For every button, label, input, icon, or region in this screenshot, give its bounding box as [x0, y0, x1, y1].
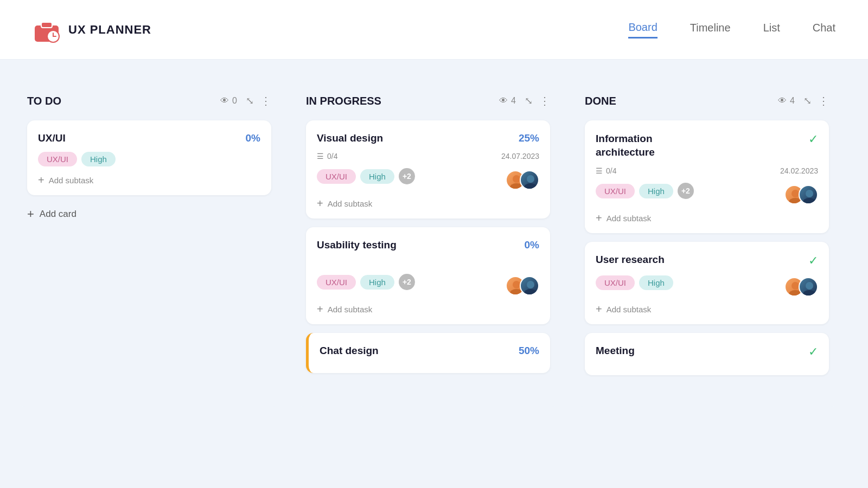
- column-inprogress: IN PROGRESS 👁 4 ⤡ ⋮ Visual design 25% ☰ …: [295, 81, 561, 407]
- tasks-icon-ia: ☰: [596, 166, 603, 175]
- column-todo-title: TO DO: [27, 95, 220, 107]
- column-done-header: DONE 👁 4 ⤡ ⋮: [585, 94, 829, 107]
- card-uxui-title: UX/UI: [38, 132, 246, 144]
- add-card-icon: +: [27, 207, 34, 221]
- card-info-arch-tags: UX/UI High +2: [596, 183, 694, 199]
- inprogress-more-icon[interactable]: ⋮: [539, 94, 550, 107]
- tag-uxui-ur: UX/UI: [596, 275, 635, 290]
- add-subtask-label-vd: Add subtask: [328, 199, 373, 208]
- card-info-arch-tasks: ☰ 0/4: [596, 166, 616, 175]
- tag-uxui: UX/UI: [38, 152, 77, 166]
- card-chat-design: Chat design 50%: [306, 333, 550, 373]
- logo-icon: [33, 16, 61, 44]
- card-uxui-tags: UX/UI High: [38, 152, 260, 166]
- svg-point-9: [513, 281, 520, 288]
- todo-eye-count: 👁 0: [220, 96, 237, 106]
- add-subtask-label-ur: Add subtask: [607, 305, 652, 314]
- svg-point-8: [524, 183, 537, 190]
- inprogress-count: 4: [511, 96, 516, 106]
- avatar-2-ut: [520, 276, 539, 296]
- tag-uxui-ut: UX/UI: [317, 275, 356, 290]
- header: UX PLANNER Board Timeline List Chat: [0, 0, 868, 60]
- nav-list[interactable]: List: [763, 22, 780, 37]
- card-info-arch: Informationarchitecture ✓ ☰ 0/4 24.02.20…: [585, 120, 829, 233]
- check-icon-meeting: ✓: [808, 345, 818, 359]
- card-user-research-avatars: [784, 277, 818, 297]
- add-subtask-ut[interactable]: + Add subtask: [317, 303, 539, 316]
- add-subtask-vd[interactable]: + Add subtask: [317, 197, 539, 210]
- plus-icon-ia: +: [596, 212, 602, 224]
- svg-point-7: [527, 175, 534, 183]
- avatar-stack-ur: [784, 277, 818, 297]
- card-visual-design-tags-row: UX/UI High +2: [317, 168, 539, 192]
- card-usability-testing-percent: 0%: [525, 239, 539, 251]
- done-more-icon[interactable]: ⋮: [818, 94, 829, 107]
- card-chat-design-title: Chat design: [320, 345, 519, 357]
- card-uxui-percent: 0%: [246, 132, 260, 144]
- card-visual-design-title: Visual design: [317, 132, 519, 144]
- tag-uxui-vd: UX/UI: [317, 169, 356, 184]
- avatar-stack-ut: [506, 276, 539, 296]
- logo-area: UX PLANNER: [33, 16, 628, 44]
- main-nav: Board Timeline List Chat: [628, 21, 835, 38]
- card-user-research-tags: UX/UI High: [596, 275, 673, 290]
- tag-high-ur: High: [639, 275, 673, 290]
- svg-point-19: [806, 282, 813, 290]
- svg-point-13: [792, 190, 799, 197]
- column-done: DONE 👁 4 ⤡ ⋮ Informationarchitecture ✓ ☰…: [574, 81, 840, 407]
- card-info-arch-header: Informationarchitecture ✓: [596, 132, 818, 159]
- card-uxui: UX/UI 0% UX/UI High + Add subtask: [27, 120, 271, 195]
- svg-rect-1: [41, 22, 52, 28]
- add-subtask-ur[interactable]: + Add subtask: [596, 303, 818, 316]
- card-info-arch-meta: ☰ 0/4 24.02.2023: [596, 166, 818, 175]
- card-meeting: Meeting ✓: [585, 333, 829, 375]
- tag-plus-ia: +2: [678, 183, 694, 199]
- add-subtask-label-ia: Add subtask: [607, 214, 652, 223]
- card-usability-testing-title: Usability testing: [317, 239, 525, 251]
- card-meeting-title: Meeting: [596, 345, 808, 357]
- tag-plus-ut: +2: [399, 274, 415, 290]
- card-meeting-header: Meeting ✓: [596, 345, 818, 359]
- check-icon-ia: ✓: [808, 132, 818, 146]
- add-subtask-ia[interactable]: + Add subtask: [596, 212, 818, 224]
- done-count: 4: [790, 96, 795, 106]
- card-usability-testing: Usability testing 0% UX/UI High +2: [306, 227, 550, 324]
- card-visual-design: Visual design 25% ☰ 0/4 24.07.2023 UX/UI…: [306, 120, 550, 219]
- avatar-2-ur: [799, 277, 818, 297]
- avatar-stack-ia: [784, 185, 818, 204]
- card-usability-testing-avatars: [506, 276, 539, 296]
- plus-icon-ut: +: [317, 303, 323, 316]
- add-subtask-uxui[interactable]: + Add subtask: [38, 174, 260, 187]
- card-chat-design-header: Chat design 50%: [320, 345, 539, 357]
- card-info-arch-title: Informationarchitecture: [596, 132, 808, 159]
- todo-count: 0: [232, 96, 237, 106]
- add-card-label: Add card: [40, 209, 76, 220]
- card-usability-testing-header: Usability testing 0%: [317, 239, 539, 251]
- inprogress-expand-icon[interactable]: ⤡: [525, 95, 533, 107]
- svg-point-17: [792, 282, 799, 290]
- plus-icon-ur: +: [596, 303, 602, 316]
- card-user-research-title: User research: [596, 254, 808, 266]
- add-card-todo[interactable]: + Add card: [27, 204, 271, 224]
- todo-expand-icon[interactable]: ⤡: [246, 95, 254, 107]
- svg-point-11: [527, 281, 534, 288]
- nav-timeline[interactable]: Timeline: [690, 22, 731, 37]
- card-visual-design-tags: UX/UI High +2: [317, 168, 415, 184]
- column-inprogress-header: IN PROGRESS 👁 4 ⤡ ⋮: [306, 94, 550, 107]
- card-user-research-header: User research ✓: [596, 254, 818, 268]
- tasks-count: 0/4: [327, 152, 337, 160]
- card-info-arch-date: 24.02.2023: [780, 166, 818, 175]
- card-visual-design-avatars: [506, 170, 539, 190]
- done-expand-icon[interactable]: ⤡: [803, 95, 812, 107]
- tag-uxui-ia: UX/UI: [596, 184, 635, 198]
- nav-board[interactable]: Board: [628, 21, 657, 38]
- add-subtask-label-ut: Add subtask: [328, 305, 373, 314]
- card-user-research: User research ✓ UX/UI High: [585, 242, 829, 324]
- card-visual-design-header: Visual design 25%: [317, 132, 539, 144]
- column-inprogress-title: IN PROGRESS: [306, 95, 499, 107]
- todo-more-icon[interactable]: ⋮: [260, 94, 271, 107]
- svg-point-20: [803, 290, 816, 297]
- card-usability-spacer: [317, 259, 539, 274]
- svg-point-12: [524, 289, 537, 296]
- nav-chat[interactable]: Chat: [813, 22, 835, 37]
